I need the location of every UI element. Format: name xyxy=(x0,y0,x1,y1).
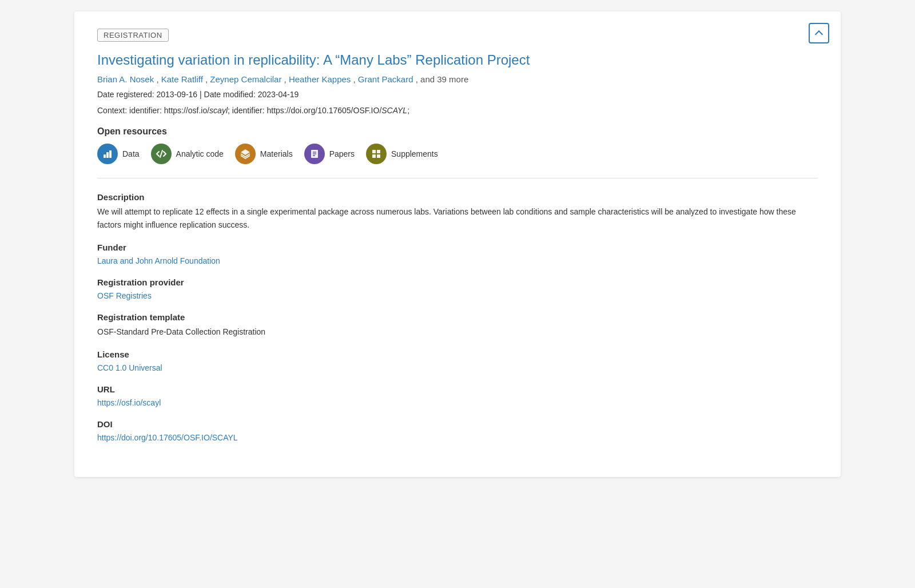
section-divider xyxy=(97,178,818,178)
badge-data-label: Data xyxy=(122,149,140,158)
badge-materials: Materials xyxy=(235,144,293,164)
materials-icon xyxy=(235,144,256,164)
author-packard[interactable]: Grant Packard xyxy=(358,74,413,84)
doi-title: DOI xyxy=(97,419,818,429)
url-section: URL https://osf.io/scayl xyxy=(97,384,818,408)
svg-rect-0 xyxy=(104,154,106,158)
dates-line: Date registered: 2013-09-16 | Date modif… xyxy=(97,90,818,99)
author-cemalcilar[interactable]: Zeynep Cemalcilar xyxy=(210,74,281,84)
reg-template-title: Registration template xyxy=(97,312,818,322)
badge-supplements: Supplements xyxy=(366,144,438,164)
analytic-code-icon xyxy=(151,144,172,164)
svg-rect-11 xyxy=(377,154,380,158)
license-link[interactable]: CC0 1.0 Universal xyxy=(97,363,162,372)
badge-analytic-code: Analytic code xyxy=(151,144,224,164)
license-section: License CC0 1.0 Universal xyxy=(97,349,818,373)
svg-rect-1 xyxy=(106,152,109,158)
url-title: URL xyxy=(97,384,818,394)
badges-row: Data Analytic code Materia xyxy=(97,144,818,164)
context-line: Context: identifier: https://osf.io/scay… xyxy=(97,106,818,115)
description-body: We will attempt to replicate 12 effects … xyxy=(97,205,818,231)
funder-section: Funder Laura and John Arnold Foundation xyxy=(97,243,818,266)
badge-analytic-code-label: Analytic code xyxy=(176,149,224,158)
supplements-icon xyxy=(366,144,387,164)
doi-section: DOI https://doi.org/10.17605/OSF.IO/SCAY… xyxy=(97,419,818,443)
data-icon xyxy=(97,144,118,164)
chevron-up-icon xyxy=(815,30,823,38)
author-nosek[interactable]: Brian A. Nosek xyxy=(97,74,154,84)
badge-supplements-label: Supplements xyxy=(391,149,438,158)
svg-rect-9 xyxy=(377,150,380,153)
svg-rect-10 xyxy=(372,154,376,158)
funder-title: Funder xyxy=(97,243,818,252)
reg-template-section: Registration template OSF-Standard Pre-D… xyxy=(97,312,818,338)
author-kappes[interactable]: Heather Kappes xyxy=(289,74,351,84)
badge-materials-label: Materials xyxy=(260,149,293,158)
description-section: Description We will attempt to replicate… xyxy=(97,192,818,231)
authors-more: , and 39 more xyxy=(416,74,469,84)
registration-badge: REGISTRATION xyxy=(97,29,169,42)
authors-line: Brian A. Nosek , Kate Ratliff , Zeynep C… xyxy=(97,74,818,84)
badge-data: Data xyxy=(97,144,140,164)
reg-template-body: OSF-Standard Pre-Data Collection Registr… xyxy=(97,325,818,338)
svg-rect-2 xyxy=(109,150,112,158)
funder-link[interactable]: Laura and John Arnold Foundation xyxy=(97,256,220,265)
badge-papers-label: Papers xyxy=(329,149,355,158)
url-link[interactable]: https://osf.io/scayl xyxy=(97,398,161,407)
open-resources-title: Open resources xyxy=(97,126,818,137)
reg-provider-section: Registration provider OSF Registries xyxy=(97,277,818,301)
svg-line-3 xyxy=(160,150,162,157)
papers-icon xyxy=(304,144,325,164)
badge-papers: Papers xyxy=(304,144,355,164)
reg-provider-link[interactable]: OSF Registries xyxy=(97,291,152,300)
author-ratliff[interactable]: Kate Ratliff xyxy=(161,74,203,84)
doi-link[interactable]: https://doi.org/10.17605/OSF.IO/SCAYL xyxy=(97,433,238,442)
main-card: REGISTRATION Investigating variation in … xyxy=(74,11,841,477)
project-title: Investigating variation in replicability… xyxy=(97,51,818,69)
svg-rect-8 xyxy=(372,150,376,153)
collapse-button[interactable] xyxy=(809,23,829,43)
reg-provider-title: Registration provider xyxy=(97,277,818,287)
description-title: Description xyxy=(97,192,818,202)
license-title: License xyxy=(97,349,818,359)
